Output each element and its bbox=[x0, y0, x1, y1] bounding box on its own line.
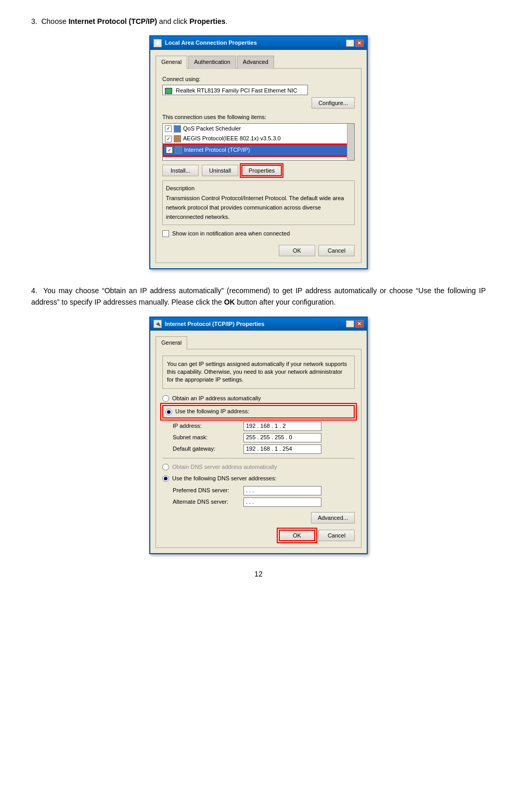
dialog1-title: Local Area Connection Properties bbox=[165, 38, 257, 48]
show-icon-label: Show icon in notification area when conn… bbox=[172, 229, 290, 239]
dialog1-titlebar: 🖥 Local Area Connection Properties ? ✕ bbox=[150, 36, 367, 50]
aegis-label: AEGIS Protocol(IEEE 802.1x) v3.5.3.0 bbox=[183, 134, 281, 143]
step4-number: 4. bbox=[31, 286, 37, 295]
dialog2-ok-button[interactable]: OK bbox=[279, 530, 315, 541]
adapter-field: Realtek RTL8139 Family PCI Fast Ethernet… bbox=[162, 85, 308, 95]
radio-auto-button[interactable] bbox=[162, 395, 169, 402]
connect-using-row: Realtek RTL8139 Family PCI Fast Ethernet… bbox=[162, 85, 355, 95]
alternate-dns-field[interactable]: . . . bbox=[243, 497, 321, 507]
configure-button[interactable]: Configure... bbox=[312, 97, 355, 109]
dialog2-cancel-button[interactable]: Cancel bbox=[318, 530, 355, 541]
dialog1-ok-button[interactable]: OK bbox=[279, 245, 315, 256]
radio-dns-auto-button[interactable] bbox=[162, 464, 169, 470]
section-divider bbox=[162, 458, 355, 459]
radio-dns-manual[interactable]: Use the following DNS server addresses: bbox=[162, 474, 355, 483]
tab-advanced[interactable]: Advanced bbox=[237, 56, 274, 69]
radio-ip-label: Use the following IP address: bbox=[175, 407, 249, 416]
step3-text-after: . bbox=[225, 17, 227, 25]
tcpip-label: Internet Protocol (TCP/IP) bbox=[184, 146, 250, 155]
properties-button[interactable]: Properties bbox=[241, 165, 282, 176]
dialog1-controls[interactable]: ? ✕ bbox=[346, 40, 364, 47]
dialog1-container: 🖥 Local Area Connection Properties ? ✕ G… bbox=[31, 35, 486, 269]
items-listbox[interactable]: ✓ QoS Packet Scheduler ✓ AEGIS Protocol(… bbox=[162, 123, 355, 161]
subnet-mask-field[interactable]: 255 . 255 . 255 . 0 bbox=[243, 433, 321, 442]
alternate-dns-label: Alternate DNS server: bbox=[173, 497, 240, 507]
preferred-dns-row: Preferred DNS server: . . . bbox=[173, 486, 355, 495]
step4-text2: button after your configuration. bbox=[235, 298, 336, 306]
dialog1-bottom-buttons: OK Cancel bbox=[162, 245, 355, 256]
radio-dns-auto[interactable]: Obtain DNS server address automatically bbox=[162, 463, 355, 472]
install-button[interactable]: Install... bbox=[162, 165, 199, 176]
connect-using-label: Connect using: bbox=[162, 75, 355, 84]
help-button[interactable]: ? bbox=[346, 40, 354, 47]
tcpip-icon bbox=[175, 147, 182, 154]
dialog1-body: General Authentication Advanced Connect … bbox=[150, 50, 367, 268]
list-scrollbar[interactable] bbox=[347, 124, 354, 160]
default-gateway-field[interactable]: 192 . 168 . 1 . 254 bbox=[243, 444, 321, 454]
description-title: Description bbox=[166, 184, 351, 193]
close-button[interactable]: ✕ bbox=[355, 40, 364, 47]
default-gateway-row: Default gateway: 192 . 168 . 1 . 254 bbox=[173, 444, 355, 454]
list-item-tcpip[interactable]: ✓ Internet Protocol (TCP/IP) bbox=[163, 144, 354, 156]
qos-label: QoS Packet Scheduler bbox=[183, 124, 241, 134]
items-group: This connection uses the following items… bbox=[162, 113, 355, 161]
preferred-dns-label: Preferred DNS server: bbox=[173, 486, 240, 495]
ip-fields-group: IP address: 192 . 168 . 1 . 2 Subnet mas… bbox=[173, 422, 355, 454]
dialog2-container: 🔌 Internet Protocol (TCP/IP) Properties … bbox=[31, 317, 486, 555]
step3-number: 3. bbox=[31, 17, 37, 25]
aegis-checkbox[interactable]: ✓ bbox=[165, 136, 172, 142]
uninstall-button[interactable]: Uninstall bbox=[202, 165, 238, 176]
radio-use-ip[interactable]: Use the following IP address: bbox=[162, 405, 355, 418]
qos-checkbox[interactable]: ✓ bbox=[165, 125, 172, 132]
step4-bold1: OK bbox=[224, 298, 235, 306]
step3-bold1: Internet Protocol (TCP/IP) bbox=[69, 17, 157, 25]
tab-authentication[interactable]: Authentication bbox=[188, 56, 236, 69]
tab2-general[interactable]: General bbox=[156, 336, 187, 350]
subnet-mask-row: Subnet mask: 255 . 255 . 255 . 0 bbox=[173, 433, 355, 442]
local-area-connection-dialog: 🖥 Local Area Connection Properties ? ✕ G… bbox=[149, 35, 368, 269]
dialog2-bottom-buttons: OK Cancel bbox=[162, 530, 355, 541]
list-item-qos[interactable]: ✓ QoS Packet Scheduler bbox=[163, 124, 354, 134]
default-gateway-label: Default gateway: bbox=[173, 444, 240, 454]
subnet-mask-label: Subnet mask: bbox=[173, 433, 240, 442]
step3-text: 3. Choose Internet Protocol (TCP/IP) and… bbox=[31, 16, 486, 27]
step3-text-before: Choose bbox=[41, 17, 68, 25]
list-item-aegis[interactable]: ✓ AEGIS Protocol(IEEE 802.1x) v3.5.3.0 bbox=[163, 134, 354, 144]
ip-address-field[interactable]: 192 . 168 . 1 . 2 bbox=[243, 422, 321, 431]
description-box: Description Transmission Control Protoco… bbox=[162, 180, 355, 225]
dialog1-cancel-button[interactable]: Cancel bbox=[318, 245, 355, 256]
radio-ip-button[interactable] bbox=[165, 409, 172, 415]
items-label: This connection uses the following items… bbox=[162, 113, 355, 122]
step-4: 4. You may choose “Obtain an IP address … bbox=[31, 285, 486, 555]
description-text: Transmission Control Protocol/Internet P… bbox=[166, 194, 351, 221]
list-action-buttons: Install... Uninstall Properties bbox=[162, 165, 355, 176]
dialog2-icon: 🔌 bbox=[153, 320, 162, 328]
tcpip-properties-dialog: 🔌 Internet Protocol (TCP/IP) Properties … bbox=[149, 317, 368, 555]
alternate-dns-value: . . . bbox=[246, 497, 254, 507]
dialog2-help-button[interactable]: ? bbox=[346, 320, 354, 328]
dialog2-titlebar: 🔌 Internet Protocol (TCP/IP) Properties … bbox=[150, 318, 367, 331]
ip-address-value: 192 . 168 . 1 . 2 bbox=[246, 422, 286, 431]
preferred-dns-field[interactable]: . . . bbox=[243, 486, 321, 495]
radio-dns-auto-label: Obtain DNS server address automatically bbox=[172, 463, 277, 472]
tcpip-checkbox[interactable]: ✓ bbox=[166, 147, 173, 153]
dialog1-tabs[interactable]: General Authentication Advanced bbox=[156, 55, 361, 69]
radio-dns-manual-button[interactable] bbox=[162, 475, 169, 482]
dialog1-tab-content: Connect using: Realtek RTL8139 Family PC… bbox=[156, 68, 361, 263]
step-3: 3. Choose Internet Protocol (TCP/IP) and… bbox=[31, 16, 486, 269]
dialog2-body: General You can get IP settings assigned… bbox=[150, 331, 367, 553]
step4-text: 4. You may choose “Obtain an IP address … bbox=[31, 285, 486, 308]
radio-obtain-auto[interactable]: Obtain an IP address automatically bbox=[162, 394, 355, 403]
dialog2-tabs[interactable]: General bbox=[156, 336, 361, 349]
connect-using-group: Connect using: Realtek RTL8139 Family PC… bbox=[162, 75, 355, 109]
advanced-button[interactable]: Advanced... bbox=[311, 512, 355, 523]
dialog2-close-button[interactable]: ✕ bbox=[355, 320, 364, 328]
dialog2-tab-content: You can get IP settings assigned automat… bbox=[156, 349, 361, 548]
tab-general[interactable]: General bbox=[156, 56, 187, 69]
alternate-dns-row: Alternate DNS server: . . . bbox=[173, 497, 355, 507]
radio-auto-label: Obtain an IP address automatically bbox=[172, 394, 261, 403]
show-icon-checkbox[interactable] bbox=[162, 230, 169, 237]
dialog2-controls[interactable]: ? ✕ bbox=[346, 320, 364, 328]
dialog1-icon: 🖥 bbox=[153, 39, 162, 47]
aegis-icon bbox=[174, 135, 181, 142]
